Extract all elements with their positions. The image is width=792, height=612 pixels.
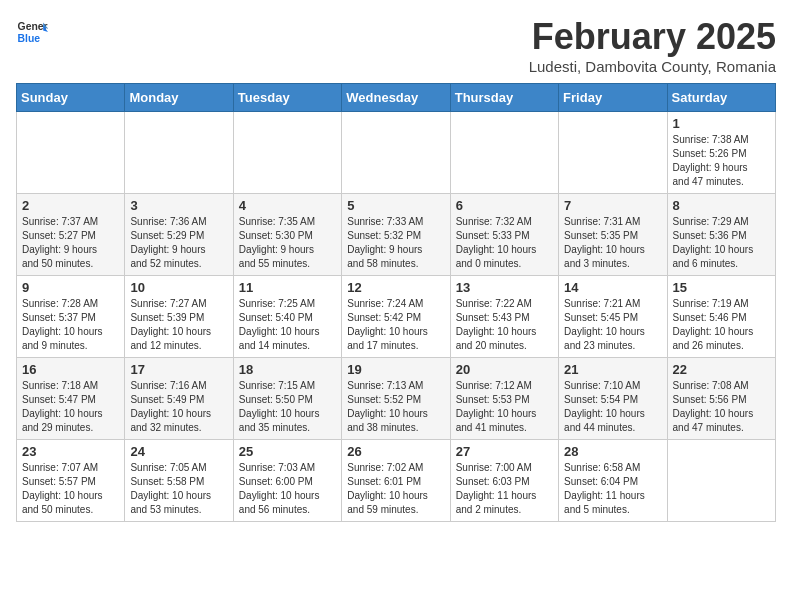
calendar-cell: 5Sunrise: 7:33 AM Sunset: 5:32 PM Daylig… [342, 194, 450, 276]
calendar-cell [233, 112, 341, 194]
day-number: 8 [673, 198, 770, 213]
calendar-cell: 24Sunrise: 7:05 AM Sunset: 5:58 PM Dayli… [125, 440, 233, 522]
day-info: Sunrise: 7:07 AM Sunset: 5:57 PM Dayligh… [22, 461, 119, 517]
calendar-cell: 7Sunrise: 7:31 AM Sunset: 5:35 PM Daylig… [559, 194, 667, 276]
day-info: Sunrise: 7:03 AM Sunset: 6:00 PM Dayligh… [239, 461, 336, 517]
logo: General Blue [16, 16, 48, 48]
calendar-cell: 16Sunrise: 7:18 AM Sunset: 5:47 PM Dayli… [17, 358, 125, 440]
day-number: 28 [564, 444, 661, 459]
calendar-cell: 12Sunrise: 7:24 AM Sunset: 5:42 PM Dayli… [342, 276, 450, 358]
calendar-week-row: 2Sunrise: 7:37 AM Sunset: 5:27 PM Daylig… [17, 194, 776, 276]
calendar-cell: 21Sunrise: 7:10 AM Sunset: 5:54 PM Dayli… [559, 358, 667, 440]
day-info: Sunrise: 7:12 AM Sunset: 5:53 PM Dayligh… [456, 379, 553, 435]
calendar-week-row: 1Sunrise: 7:38 AM Sunset: 5:26 PM Daylig… [17, 112, 776, 194]
day-number: 5 [347, 198, 444, 213]
day-info: Sunrise: 7:19 AM Sunset: 5:46 PM Dayligh… [673, 297, 770, 353]
day-number: 15 [673, 280, 770, 295]
day-info: Sunrise: 7:21 AM Sunset: 5:45 PM Dayligh… [564, 297, 661, 353]
day-info: Sunrise: 7:37 AM Sunset: 5:27 PM Dayligh… [22, 215, 119, 271]
day-number: 16 [22, 362, 119, 377]
day-info: Sunrise: 7:31 AM Sunset: 5:35 PM Dayligh… [564, 215, 661, 271]
calendar-header-row: SundayMondayTuesdayWednesdayThursdayFrid… [17, 84, 776, 112]
day-info: Sunrise: 7:28 AM Sunset: 5:37 PM Dayligh… [22, 297, 119, 353]
day-number: 20 [456, 362, 553, 377]
day-info: Sunrise: 7:16 AM Sunset: 5:49 PM Dayligh… [130, 379, 227, 435]
day-number: 23 [22, 444, 119, 459]
calendar-cell [450, 112, 558, 194]
day-number: 10 [130, 280, 227, 295]
weekday-header-tuesday: Tuesday [233, 84, 341, 112]
calendar-cell: 25Sunrise: 7:03 AM Sunset: 6:00 PM Dayli… [233, 440, 341, 522]
month-year-title: February 2025 [529, 16, 776, 58]
page-header: General Blue February 2025 Ludesti, Damb… [16, 16, 776, 75]
day-info: Sunrise: 7:18 AM Sunset: 5:47 PM Dayligh… [22, 379, 119, 435]
day-number: 27 [456, 444, 553, 459]
calendar-cell [667, 440, 775, 522]
calendar-cell: 6Sunrise: 7:32 AM Sunset: 5:33 PM Daylig… [450, 194, 558, 276]
calendar-cell: 8Sunrise: 7:29 AM Sunset: 5:36 PM Daylig… [667, 194, 775, 276]
calendar-cell [17, 112, 125, 194]
location-subtitle: Ludesti, Dambovita County, Romania [529, 58, 776, 75]
calendar-cell: 28Sunrise: 6:58 AM Sunset: 6:04 PM Dayli… [559, 440, 667, 522]
day-number: 3 [130, 198, 227, 213]
weekday-header-thursday: Thursday [450, 84, 558, 112]
day-number: 11 [239, 280, 336, 295]
calendar-cell: 14Sunrise: 7:21 AM Sunset: 5:45 PM Dayli… [559, 276, 667, 358]
calendar-cell: 26Sunrise: 7:02 AM Sunset: 6:01 PM Dayli… [342, 440, 450, 522]
day-info: Sunrise: 7:33 AM Sunset: 5:32 PM Dayligh… [347, 215, 444, 271]
calendar-cell: 22Sunrise: 7:08 AM Sunset: 5:56 PM Dayli… [667, 358, 775, 440]
calendar-cell [125, 112, 233, 194]
calendar-cell: 15Sunrise: 7:19 AM Sunset: 5:46 PM Dayli… [667, 276, 775, 358]
calendar-cell: 20Sunrise: 7:12 AM Sunset: 5:53 PM Dayli… [450, 358, 558, 440]
day-number: 14 [564, 280, 661, 295]
day-number: 13 [456, 280, 553, 295]
day-number: 12 [347, 280, 444, 295]
day-info: Sunrise: 7:05 AM Sunset: 5:58 PM Dayligh… [130, 461, 227, 517]
day-number: 1 [673, 116, 770, 131]
calendar-cell: 13Sunrise: 7:22 AM Sunset: 5:43 PM Dayli… [450, 276, 558, 358]
calendar-cell: 4Sunrise: 7:35 AM Sunset: 5:30 PM Daylig… [233, 194, 341, 276]
day-info: Sunrise: 7:32 AM Sunset: 5:33 PM Dayligh… [456, 215, 553, 271]
weekday-header-monday: Monday [125, 84, 233, 112]
day-number: 6 [456, 198, 553, 213]
day-number: 18 [239, 362, 336, 377]
calendar-cell: 9Sunrise: 7:28 AM Sunset: 5:37 PM Daylig… [17, 276, 125, 358]
day-info: Sunrise: 7:15 AM Sunset: 5:50 PM Dayligh… [239, 379, 336, 435]
calendar-cell: 18Sunrise: 7:15 AM Sunset: 5:50 PM Dayli… [233, 358, 341, 440]
calendar-table: SundayMondayTuesdayWednesdayThursdayFrid… [16, 83, 776, 522]
calendar-cell: 11Sunrise: 7:25 AM Sunset: 5:40 PM Dayli… [233, 276, 341, 358]
day-info: Sunrise: 7:29 AM Sunset: 5:36 PM Dayligh… [673, 215, 770, 271]
day-number: 19 [347, 362, 444, 377]
day-info: Sunrise: 7:10 AM Sunset: 5:54 PM Dayligh… [564, 379, 661, 435]
day-info: Sunrise: 7:24 AM Sunset: 5:42 PM Dayligh… [347, 297, 444, 353]
calendar-cell [342, 112, 450, 194]
calendar-week-row: 9Sunrise: 7:28 AM Sunset: 5:37 PM Daylig… [17, 276, 776, 358]
logo-icon: General Blue [16, 16, 48, 48]
day-info: Sunrise: 7:08 AM Sunset: 5:56 PM Dayligh… [673, 379, 770, 435]
svg-text:Blue: Blue [18, 33, 41, 44]
day-number: 9 [22, 280, 119, 295]
day-number: 25 [239, 444, 336, 459]
calendar-cell: 10Sunrise: 7:27 AM Sunset: 5:39 PM Dayli… [125, 276, 233, 358]
calendar-cell: 1Sunrise: 7:38 AM Sunset: 5:26 PM Daylig… [667, 112, 775, 194]
day-info: Sunrise: 7:36 AM Sunset: 5:29 PM Dayligh… [130, 215, 227, 271]
day-number: 22 [673, 362, 770, 377]
day-number: 7 [564, 198, 661, 213]
calendar-cell [559, 112, 667, 194]
calendar-week-row: 16Sunrise: 7:18 AM Sunset: 5:47 PM Dayli… [17, 358, 776, 440]
day-info: Sunrise: 7:35 AM Sunset: 5:30 PM Dayligh… [239, 215, 336, 271]
weekday-header-saturday: Saturday [667, 84, 775, 112]
calendar-cell: 2Sunrise: 7:37 AM Sunset: 5:27 PM Daylig… [17, 194, 125, 276]
weekday-header-wednesday: Wednesday [342, 84, 450, 112]
day-number: 4 [239, 198, 336, 213]
day-info: Sunrise: 7:27 AM Sunset: 5:39 PM Dayligh… [130, 297, 227, 353]
day-info: Sunrise: 7:02 AM Sunset: 6:01 PM Dayligh… [347, 461, 444, 517]
day-info: Sunrise: 7:13 AM Sunset: 5:52 PM Dayligh… [347, 379, 444, 435]
calendar-cell: 3Sunrise: 7:36 AM Sunset: 5:29 PM Daylig… [125, 194, 233, 276]
day-info: Sunrise: 7:22 AM Sunset: 5:43 PM Dayligh… [456, 297, 553, 353]
day-info: Sunrise: 7:25 AM Sunset: 5:40 PM Dayligh… [239, 297, 336, 353]
day-number: 26 [347, 444, 444, 459]
day-info: Sunrise: 6:58 AM Sunset: 6:04 PM Dayligh… [564, 461, 661, 517]
weekday-header-sunday: Sunday [17, 84, 125, 112]
title-area: February 2025 Ludesti, Dambovita County,… [529, 16, 776, 75]
